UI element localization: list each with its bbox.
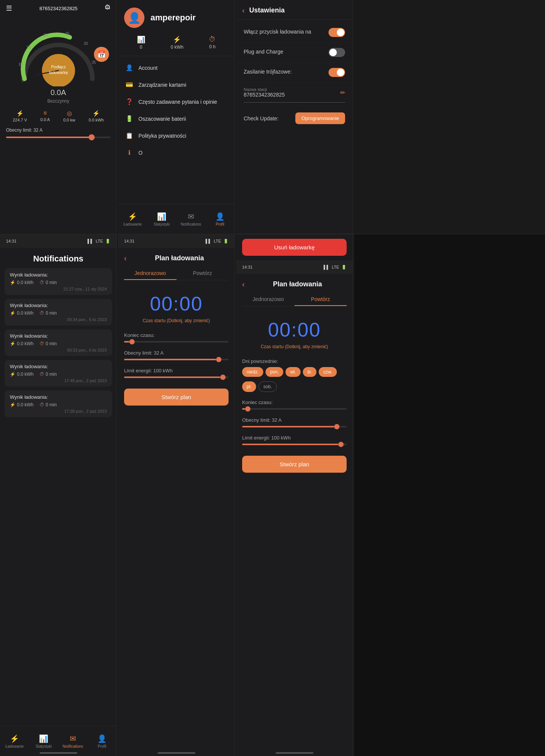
- panel-right-empty: [354, 234, 545, 756]
- three-phase-toggle[interactable]: [329, 68, 345, 77]
- profile-header: 👤 amperepoir: [118, 0, 235, 32]
- back-button[interactable]: ‹: [242, 6, 245, 15]
- panel-notifications: 14:31 ▌▌ LTE 🔋 Notifications Wynik ładow…: [0, 234, 117, 756]
- remove-charger-button[interactable]: Usuń ładowarkę: [242, 239, 347, 256]
- days-label: Dni powszednie:: [236, 355, 353, 367]
- charge-button-toggle[interactable]: [329, 28, 345, 37]
- nav4-stats[interactable]: 📊 Statystyki: [29, 734, 58, 748]
- nav4-charging[interactable]: ⚡ Ładowanie: [0, 734, 29, 748]
- repeat-back-button[interactable]: ‹: [242, 280, 245, 289]
- notif-time-0: ⏱ 0 min: [40, 280, 57, 285]
- notif-item-3[interactable]: Wynik ładowania: ⚡ 0.0 kWh ⏱ 0 min 17:49…: [5, 360, 112, 387]
- svg-text:35: 35: [92, 60, 96, 65]
- svg-text:30: 30: [84, 41, 88, 46]
- nav2-profile[interactable]: 👤 Profil: [206, 212, 235, 226]
- stats-icon-4: 📊: [39, 734, 48, 743]
- sessions-stat: 📊 0: [137, 35, 145, 50]
- day-wednesday[interactable]: śr.: [303, 367, 317, 377]
- energy-limit-slider[interactable]: [118, 375, 235, 383]
- repeat-plan-header: ‹ Plan ładowania: [236, 274, 353, 293]
- station-name-underline: [244, 102, 345, 103]
- nav2-charging[interactable]: ⚡ Ładowanie: [118, 212, 147, 226]
- repeat-signal-icon: ▌▌: [324, 265, 330, 269]
- current-limit-slider[interactable]: [0, 135, 117, 141]
- gauge-display: 5 10 15 20 25 30 35 Podłącz ładowarkę 📅: [0, 17, 117, 92]
- day-tuesday[interactable]: wt.: [286, 367, 300, 377]
- home-indicator-4: [40, 752, 77, 754]
- repeat-tab-single[interactable]: Jednorazowo: [242, 293, 295, 306]
- lte-label: LTE: [96, 239, 103, 243]
- battery-icon: 🔋: [126, 115, 133, 122]
- repeat-time: 14:31: [242, 265, 253, 269]
- repeat-battery-icon: 🔋: [341, 265, 347, 270]
- menu-account[interactable]: 👤 Account: [118, 59, 235, 76]
- notif-icon-4: ✉: [70, 734, 76, 743]
- time-notif-icon-3: ⏱: [40, 372, 44, 377]
- panel-settings: ‹ Ustawienia Włącz przycisk ładowania na…: [236, 0, 353, 234]
- voltage-metric: ⚡ 224.7 V: [13, 110, 27, 122]
- end-time-slider[interactable]: [118, 340, 235, 347]
- bottom-nav-2: ⚡ Ładowanie 📊 Statystyki ✉ Notifications…: [118, 204, 235, 234]
- nav4-profile[interactable]: 👤 Profil: [88, 734, 117, 748]
- plan-status-bar: 14:31 ▌▌ LTE 🔋: [118, 234, 235, 248]
- energy-limit-label: Limit energii: 100 kWh: [118, 365, 235, 375]
- plan-battery-icon: 🔋: [223, 239, 229, 244]
- nav2-stats[interactable]: 📊 Statystyki: [147, 212, 176, 226]
- repeat-tab-repeat[interactable]: Powtórz: [295, 293, 347, 306]
- device-id: 87652342362825: [39, 6, 77, 11]
- day-sunday[interactable]: niedz.: [242, 367, 263, 377]
- repeat-plan-status-bar: 14:31 ▌▌ LTE 🔋: [236, 260, 353, 274]
- nav2-notifications[interactable]: ✉ Notifications: [177, 212, 206, 226]
- current-metric: ≡ 0.0 A: [40, 110, 50, 122]
- notif-item-2[interactable]: Wynik ładowania: ⚡ 0.0 kWh ⏱ 0 min 00:33…: [5, 329, 112, 356]
- menu-battery[interactable]: 🔋 Oszacowanie baterii: [118, 110, 235, 127]
- update-button[interactable]: Oprogramowanie: [295, 112, 345, 124]
- notif-item-1[interactable]: Wynik ładowania: ⚡ 0.0 kWh ⏱ 0 min 00:34…: [5, 299, 112, 326]
- settings-header: ‹ Ustawienia: [236, 0, 353, 20]
- menu-faq[interactable]: ❓ Często zadawane pytania i opinie: [118, 93, 235, 110]
- notif-item-0[interactable]: Wynik ładowania: ⚡ 0.0 kWh ⏱ 0 min 21:27…: [5, 268, 112, 295]
- create-plan-button[interactable]: Stwórz plan: [124, 389, 229, 406]
- time-notif-icon-4: ⏱: [40, 402, 44, 407]
- start-time-display[interactable]: 00:00: [118, 286, 235, 318]
- settings-title: Ustawienia: [249, 6, 285, 14]
- energy-notif-icon-2: ⚡: [10, 341, 15, 346]
- edit-station-name-icon[interactable]: ✏: [340, 89, 345, 96]
- charging-icon-4: ⚡: [10, 734, 19, 743]
- voltage-icon: ⚡: [16, 110, 24, 117]
- energy-notif-icon-3: ⚡: [10, 372, 15, 377]
- current-limit-plan-slider[interactable]: [118, 357, 235, 365]
- notif-date-0: 21:27 czw., 11 sty 2024: [10, 287, 107, 291]
- current-icon: ≡: [43, 110, 47, 117]
- settings-icon[interactable]: ⚙: [104, 3, 111, 11]
- day-monday[interactable]: pon.: [266, 367, 283, 377]
- menu-privacy[interactable]: 📋 Polityka prywatności: [118, 127, 235, 144]
- menu-icon[interactable]: ☰: [6, 4, 12, 12]
- menu-about[interactable]: ℹ O: [118, 144, 235, 161]
- energy-notif-icon-4: ⚡: [10, 402, 15, 407]
- repeat-current-limit-slider[interactable]: [236, 424, 353, 432]
- repeat-create-plan-button[interactable]: Stwórz plan: [242, 456, 347, 473]
- schedule-button[interactable]: 📅: [94, 47, 109, 62]
- plug-charge-toggle[interactable]: [329, 48, 345, 57]
- station-name-row: Nazwa stacji 87652342362825 ✏: [236, 83, 353, 102]
- status-bar-1: ☰ 87652342362825 ···: [0, 0, 117, 17]
- day-saturday[interactable]: sob.: [258, 381, 277, 392]
- cards-icon: 💳: [126, 81, 133, 88]
- panel-plan-repeat: Usuń ładowarkę 14:31 ▌▌ LTE 🔋 ‹ Plan ład…: [236, 234, 353, 756]
- plan-back-button[interactable]: ‹: [124, 254, 127, 263]
- bezczynny-status: Bezczynny: [0, 98, 117, 104]
- day-thursday[interactable]: czw.: [319, 367, 336, 377]
- tab-repeat[interactable]: Powtórz: [177, 267, 229, 280]
- repeat-start-time-display[interactable]: 00:00: [236, 312, 353, 344]
- day-friday[interactable]: pt.: [242, 381, 256, 392]
- notif-item-4[interactable]: Wynik ładowania: ⚡ 0.0 kWh ⏱ 0 min 17:28…: [5, 390, 112, 417]
- panel-plan-single: 14:31 ▌▌ LTE 🔋 ‹ Plan ładowania Jednoraz…: [118, 234, 235, 756]
- menu-cards[interactable]: 💳 Zarządzanie kartami: [118, 76, 235, 93]
- tab-single[interactable]: Jednorazowo: [124, 267, 177, 280]
- repeat-energy-limit-slider[interactable]: [236, 442, 353, 450]
- repeat-end-time-label: Koniec czasu:: [236, 396, 353, 407]
- station-name-label: Nazwa stacji: [244, 87, 285, 92]
- repeat-end-time-slider[interactable]: [236, 407, 353, 414]
- nav4-notifications[interactable]: ✉ Notifications: [58, 734, 88, 748]
